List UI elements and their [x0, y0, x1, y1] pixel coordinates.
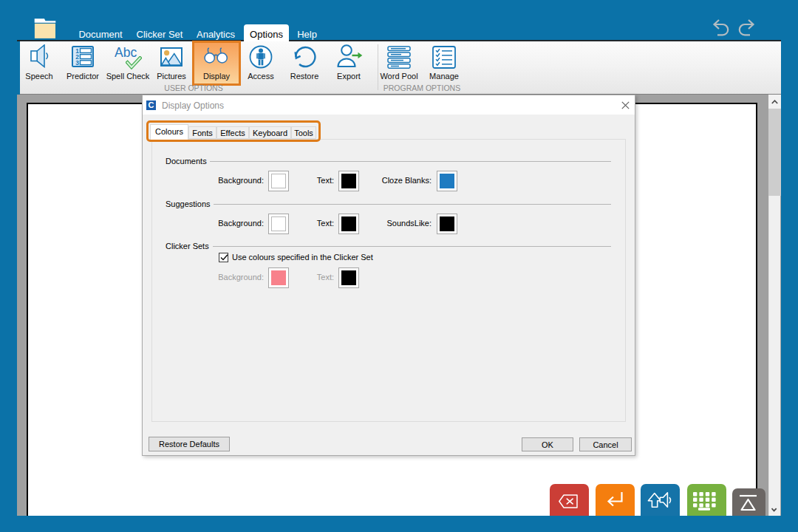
svg-text:3: 3: [75, 59, 79, 66]
